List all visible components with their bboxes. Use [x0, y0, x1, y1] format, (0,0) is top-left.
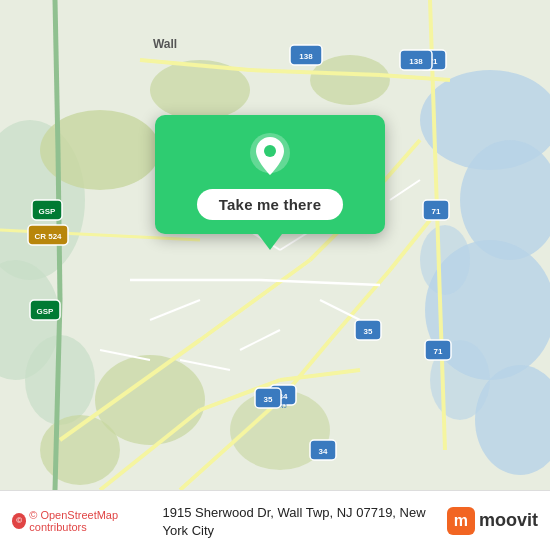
moovit-m-icon: m — [447, 507, 475, 535]
svg-text:71: 71 — [432, 207, 441, 216]
location-popup: Take me there — [155, 115, 385, 234]
map-view: 34 NJ 34 34 35 35 71 71 71 138 138 GSP G… — [0, 0, 550, 490]
moovit-logo: m moovit — [447, 507, 538, 535]
svg-text:34: 34 — [319, 447, 328, 456]
svg-text:138: 138 — [409, 57, 423, 66]
svg-text:35: 35 — [364, 327, 373, 336]
osm-icon: © — [12, 513, 26, 529]
bottom-info-bar: © © OpenStreetMap contributors 1915 Sher… — [0, 490, 550, 550]
moovit-wordmark: moovit — [479, 510, 538, 531]
location-pin-icon — [247, 133, 293, 179]
address-section: 1915 Sherwood Dr, Wall Twp, NJ 07719, Ne… — [163, 503, 447, 539]
osm-label: © OpenStreetMap contributors — [29, 509, 162, 533]
take-me-there-button[interactable]: Take me there — [197, 189, 343, 220]
moovit-brand: m moovit — [447, 507, 538, 535]
svg-text:GSP: GSP — [37, 307, 55, 316]
bottom-left-section: © © OpenStreetMap contributors — [12, 509, 163, 533]
svg-text:CR 524: CR 524 — [34, 232, 62, 241]
svg-text:138: 138 — [299, 52, 313, 61]
svg-text:71: 71 — [434, 347, 443, 356]
address-text: 1915 Sherwood Dr, Wall Twp, NJ 07719, Ne… — [163, 505, 426, 538]
svg-text:35: 35 — [264, 395, 273, 404]
svg-line-33 — [55, 0, 58, 150]
svg-text:Wall: Wall — [153, 37, 177, 51]
svg-point-78 — [264, 145, 276, 157]
svg-text:GSP: GSP — [39, 207, 57, 216]
openstreetmap-attribution: © © OpenStreetMap contributors — [12, 509, 163, 533]
svg-point-8 — [420, 225, 470, 295]
